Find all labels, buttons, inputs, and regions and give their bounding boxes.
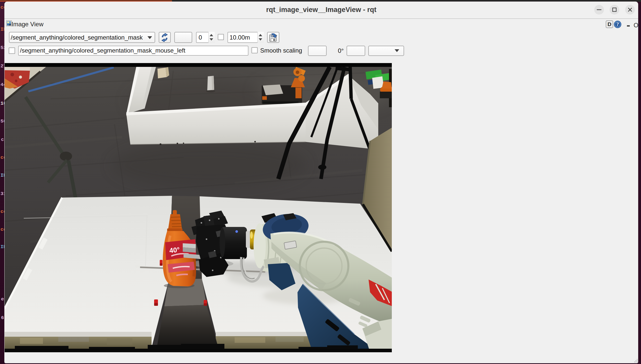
svg-text:?: ? xyxy=(616,21,619,27)
svg-text:40°: 40° xyxy=(169,246,180,254)
